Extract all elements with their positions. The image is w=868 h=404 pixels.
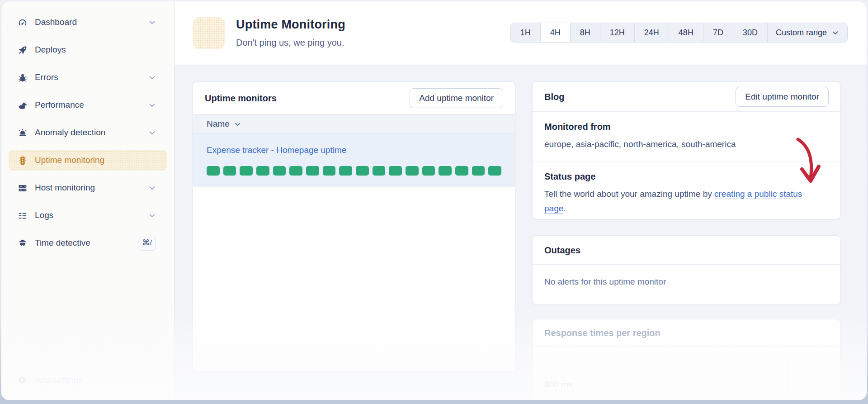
uptime-status-segment [455,166,468,176]
uptime-status-segment [240,166,253,176]
uptime-status-segment [273,166,286,176]
uptime-status-segment [356,166,369,176]
response-times-title: Response times per region [544,327,660,339]
uptime-status-segment [488,166,501,176]
sidebar-item-logs[interactable]: Logs [9,205,167,226]
app-settings-label: App settings [35,374,83,386]
app-settings-button[interactable]: App settings [1,360,174,400]
sidebar-item-label: Performance [35,99,84,111]
outages-header: Outages [533,236,840,265]
sidebar-item-dashboard[interactable]: Dashboard [9,12,167,33]
time-range-control: 1H4H8H12H24H48H7D30DCustom range [510,23,848,43]
uptime-status-segment [323,166,336,176]
uptime-status-segment [389,166,402,176]
uptime-monitors-title: Uptime monitors [205,92,277,105]
time-range-12h[interactable]: 12H [600,23,635,42]
shortcut-badge: ⌘/ [138,236,156,251]
siren-icon [18,128,28,138]
sidebar-item-uptime-monitoring[interactable]: Uptime monitoring [9,150,167,171]
uptime-monitors-panel: Uptime monitors Add uptime monitor Name … [193,81,515,372]
uptime-status-segment [422,166,435,176]
sidebar-item-anomaly-detection[interactable]: Anomaly detection [9,123,167,143]
chevron-down-icon [148,212,156,219]
uptime-status-segment [223,166,236,176]
name-column-label: Name [207,118,230,130]
uptime-status-segment [439,166,452,176]
title-block: Uptime Monitoring Don't ping us, we ping… [236,16,345,49]
app-window: DashboardDeploysErrorsPerformanceAnomaly… [1,1,867,400]
name-column-header[interactable]: Name [193,114,515,134]
time-range-4h[interactable]: 4H [541,23,571,42]
sidebar-nav: DashboardDeploysErrorsPerformanceAnomaly… [1,1,174,253]
time-range-1h[interactable]: 1H [511,23,541,42]
uptime-monitors-header: Uptime monitors Add uptime monitor [193,82,515,114]
sidebar-item-label: Anomaly detection [35,127,105,139]
status-page-text: Tell the world about your amazing uptime… [544,187,822,216]
page-header: Uptime Monitoring Don't ping us, we ping… [175,1,867,65]
monitor-details-title: Blog [544,90,564,103]
sidebar-item-label: Dashboard [35,16,77,29]
bug-icon [18,73,28,83]
sidebar-item-label: Uptime monitoring [35,154,104,166]
sidebar-item-label: Time detective [35,237,90,249]
time-range-7d[interactable]: 7D [703,23,733,42]
sidebar: DashboardDeploysErrorsPerformanceAnomaly… [1,1,175,400]
uptime-status-segment [406,166,419,176]
uptime-status-segment [289,166,302,176]
sidebar-item-label: Logs [35,209,53,222]
uptime-status-segment [472,166,485,176]
uptime-status-segment [207,166,220,176]
status-page-label: Status page [544,170,829,183]
detective-icon [18,238,28,248]
response-times-panel: Response times per region 800 ms 600 ms [532,319,841,400]
outages-empty-message: No alerts for this uptime monitor [533,265,840,299]
traffic-light-icon [18,156,28,166]
sidebar-item-errors[interactable]: Errors [9,67,167,88]
chevron-down-icon [234,120,241,128]
uptime-icon-tile [193,17,225,49]
y-axis-label-800ms: 800 ms [544,379,572,391]
monitor-details-panel: Blog Edit uptime monitor Monitored from … [532,81,841,219]
status-page-text-after: . [563,204,566,213]
monitor-name-link[interactable]: Expense tracker - Homepage uptime [207,145,346,155]
time-range-48h[interactable]: 48H [669,23,703,42]
uptime-status-segment [373,166,386,176]
monitored-from-label: Monitored from [544,120,829,133]
chart-guideline [788,361,788,400]
chevron-down-icon [148,184,156,192]
add-uptime-monitor-button[interactable]: Add uptime monitor [410,88,503,108]
monitor-details-header: Blog Edit uptime monitor [533,82,840,112]
chevron-down-icon [148,19,156,26]
uptime-status-segment [306,166,319,176]
time-range-8h[interactable]: 8H [571,23,600,42]
response-times-header: Response times per region [533,319,840,347]
main-area: Uptime Monitoring Don't ping us, we ping… [175,1,867,400]
monitored-from-row: Monitored from europe, asia-pacific, nor… [533,112,840,162]
chevron-down-icon [148,101,156,109]
time-range-30d[interactable]: 30D [733,23,768,42]
main-content: Uptime monitors Add uptime monitor Name … [175,65,867,400]
logs-icon [18,211,28,221]
page-title: Uptime Monitoring [236,16,345,33]
dashboard-icon [18,18,28,28]
server-icon [18,183,28,193]
status-page-row: Status page Tell the world about your am… [533,162,840,225]
page-subtitle: Don't ping us, we ping you. [236,36,345,49]
monitor-row[interactable]: Expense tracker - Homepage uptime [193,134,515,187]
rocket-icon [18,45,28,55]
sidebar-item-host-monitoring[interactable]: Host monitoring [9,178,167,198]
sidebar-item-time-detective[interactable]: Time detective⌘/ [9,233,167,253]
edit-uptime-monitor-button[interactable]: Edit uptime monitor [736,87,829,107]
outages-title: Outages [544,244,580,257]
sidebar-item-label: Errors [35,71,58,84]
custom-range-button[interactable]: Custom range [768,23,847,42]
custom-range-label: Custom range [776,28,827,38]
outages-panel: Outages No alerts for this uptime monito… [532,235,841,305]
sidebar-item-deploys[interactable]: Deploys [9,40,167,60]
sidebar-item-performance[interactable]: Performance [9,95,167,115]
chevron-down-icon [148,74,156,81]
time-range-24h[interactable]: 24H [635,23,669,42]
uptime-status-bars [207,166,501,176]
chevron-down-icon [148,129,156,137]
rabbit-icon [18,100,28,110]
